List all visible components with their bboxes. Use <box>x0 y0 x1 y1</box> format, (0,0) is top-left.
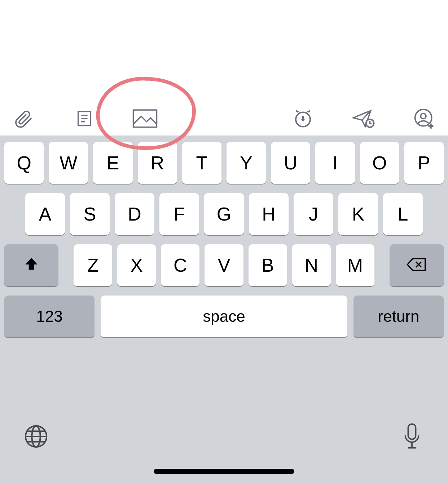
key-m[interactable]: M <box>336 244 374 286</box>
paperclip-icon <box>14 108 34 129</box>
send-clock-icon <box>352 108 375 129</box>
key-i[interactable]: I <box>315 142 355 184</box>
compose-toolbar <box>0 101 448 136</box>
content-area <box>0 0 448 101</box>
key-g[interactable]: G <box>204 193 244 235</box>
timer-button[interactable] <box>290 106 316 132</box>
document-icon <box>75 109 94 128</box>
dictation-button[interactable] <box>398 423 426 452</box>
shift-icon <box>23 254 39 276</box>
backspace-icon <box>407 254 427 276</box>
key-q[interactable]: Q <box>4 142 44 184</box>
numeric-key[interactable]: 123 <box>4 296 95 337</box>
svg-point-7 <box>302 119 304 120</box>
attachment-button[interactable] <box>11 106 37 132</box>
space-key[interactable]: space <box>101 296 347 337</box>
image-icon <box>132 109 158 128</box>
key-j[interactable]: J <box>294 193 333 235</box>
key-d[interactable]: D <box>115 193 154 235</box>
key-s[interactable]: S <box>70 193 110 235</box>
globe-icon <box>23 424 49 450</box>
return-key[interactable]: return <box>353 296 444 337</box>
key-f[interactable]: F <box>159 193 199 235</box>
key-e[interactable]: E <box>93 142 132 184</box>
send-later-button[interactable] <box>351 106 377 132</box>
key-o[interactable]: O <box>360 142 399 184</box>
key-r[interactable]: R <box>138 142 177 184</box>
key-h[interactable]: H <box>249 193 289 235</box>
key-b[interactable]: B <box>249 244 287 286</box>
svg-point-12 <box>421 113 426 119</box>
key-w[interactable]: W <box>49 142 88 184</box>
svg-rect-4 <box>133 110 157 127</box>
key-l[interactable]: L <box>383 193 423 235</box>
svg-rect-20 <box>408 424 416 439</box>
home-indicator[interactable] <box>154 469 294 474</box>
mic-icon <box>402 423 422 451</box>
key-v[interactable]: V <box>205 244 243 286</box>
ios-keyboard: Q W E R T Y U I O P A S D F G H J K L Z … <box>0 136 448 484</box>
key-u[interactable]: U <box>271 142 310 184</box>
alarm-icon <box>292 108 314 129</box>
key-y[interactable]: Y <box>227 142 266 184</box>
backspace-key[interactable] <box>390 244 444 286</box>
key-a[interactable]: A <box>25 193 65 235</box>
key-t[interactable]: T <box>182 142 221 184</box>
shift-key[interactable] <box>4 244 58 286</box>
document-button[interactable] <box>71 106 97 132</box>
key-c[interactable]: C <box>161 244 199 286</box>
globe-button[interactable] <box>22 423 50 452</box>
add-recipient-button[interactable] <box>411 106 437 132</box>
key-n[interactable]: N <box>292 244 331 286</box>
key-x[interactable]: X <box>117 244 156 286</box>
image-button[interactable] <box>132 106 158 132</box>
key-z[interactable]: Z <box>74 244 112 286</box>
person-add-icon <box>413 108 435 129</box>
key-p[interactable]: P <box>404 142 444 184</box>
key-k[interactable]: K <box>338 193 378 235</box>
